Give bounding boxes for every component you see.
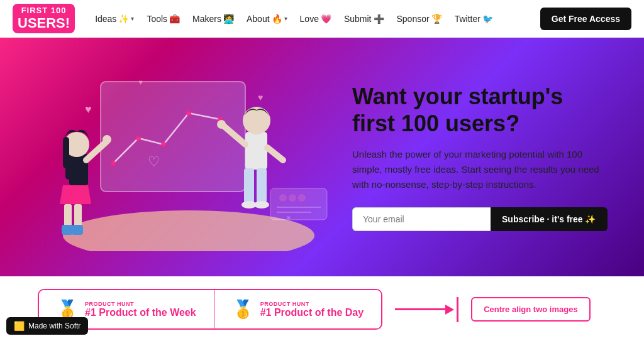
- chevron-down-icon: ▾: [131, 15, 134, 22]
- svg-point-5: [186, 111, 191, 116]
- nav-twitter[interactable]: Twitter 🐦: [450, 11, 498, 26]
- svg-rect-22: [245, 132, 267, 170]
- svg-rect-24: [257, 168, 267, 203]
- svg-point-26: [254, 201, 269, 208]
- svg-point-2: [111, 161, 116, 166]
- subscribe-button[interactable]: Subscribe · it's free ✨: [491, 207, 608, 231]
- nav-about[interactable]: About 🔥 ▾: [242, 11, 292, 26]
- ph-week-label: PRODUCT HUNT: [85, 301, 196, 307]
- product-hunt-section: 🥇 PRODUCT HUNT #1 Product of the Week 🥇 …: [0, 276, 644, 341]
- svg-text:♥: ♥: [258, 92, 263, 102]
- svg-rect-21: [63, 137, 69, 168]
- svg-rect-15: [62, 225, 73, 235]
- nav-tools[interactable]: Tools 🧰: [142, 11, 185, 26]
- svg-point-27: [243, 107, 270, 134]
- arrow-vertical: [457, 297, 458, 322]
- svg-rect-23: [244, 168, 254, 203]
- arrow-head-icon: [445, 305, 454, 315]
- svg-rect-31: [270, 188, 327, 220]
- svg-line-30: [267, 148, 283, 160]
- ph-day-rank: #1 Product of the Day: [260, 307, 364, 318]
- svg-point-3: [136, 136, 141, 141]
- softr-icon: 🟨: [14, 321, 25, 331]
- svg-point-29: [217, 120, 226, 129]
- chevron-down-icon: ▾: [284, 15, 287, 22]
- email-input[interactable]: [352, 207, 491, 231]
- subscribe-form: Subscribe · it's free ✨: [352, 207, 608, 231]
- hero-subtitle: Unleash the power of your marketing pote…: [352, 147, 604, 192]
- svg-text:♡: ♡: [148, 154, 160, 170]
- svg-text:♥: ♥: [85, 103, 92, 116]
- made-with-label: Made with Softr: [28, 322, 80, 330]
- nav-love[interactable]: Love 💗: [295, 11, 336, 26]
- get-free-access-button[interactable]: Get Free Access: [540, 8, 631, 30]
- svg-point-32: [279, 194, 287, 202]
- arrow-indicator: [395, 297, 458, 322]
- svg-point-34: [298, 194, 306, 202]
- nav-submit[interactable]: Submit ➕: [339, 11, 389, 26]
- hero-content: Want your startup's first 100 users? Unl…: [352, 83, 608, 231]
- svg-rect-16: [72, 225, 83, 235]
- hero-illustration: ♥ ♥ ♥ ♡: [50, 63, 340, 251]
- svg-rect-1: [101, 82, 245, 192]
- hero-section: ♥ ♥ ♥ ♡: [0, 38, 644, 276]
- nav-makers[interactable]: Makers 🧑‍💻: [187, 11, 239, 26]
- navbar: FIRST 100 USERS! Ideas ✨ ▾ Tools 🧰 Maker…: [0, 0, 644, 38]
- svg-text:✕: ✕: [286, 215, 291, 221]
- centre-align-tip-button[interactable]: Centre align two images: [471, 297, 591, 322]
- arrow-shaft: [395, 308, 445, 310]
- ph-week-rank: #1 Product of the Week: [85, 307, 196, 318]
- ph-badges-container: 🥇 PRODUCT HUNT #1 Product of the Week 🥇 …: [38, 289, 382, 330]
- svg-text:♥: ♥: [138, 78, 143, 87]
- ph-day-label: PRODUCT HUNT: [260, 301, 364, 307]
- ph-day-badge[interactable]: 🥇 PRODUCT HUNT #1 Product of the Day: [214, 290, 381, 328]
- logo[interactable]: FIRST 100 USERS!: [13, 4, 75, 33]
- svg-marker-12: [60, 185, 91, 204]
- svg-point-19: [103, 135, 111, 144]
- nav-ideas[interactable]: Ideas ✨ ▾: [90, 11, 139, 26]
- svg-point-4: [161, 142, 166, 147]
- nav-sponsor[interactable]: Sponsor 🏆: [392, 11, 447, 26]
- hero-title: Want your startup's first 100 users?: [352, 83, 608, 137]
- svg-point-33: [289, 194, 296, 202]
- made-with-softr[interactable]: 🟨 Made with Softr: [6, 317, 88, 335]
- medal-icon-2: 🥇: [232, 299, 254, 320]
